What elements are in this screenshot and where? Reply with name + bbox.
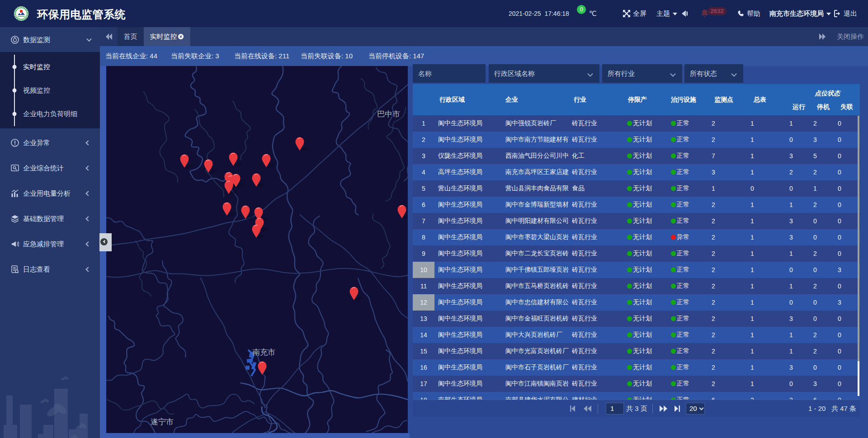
svg-text:遂宁市: 遂宁市: [151, 418, 174, 426]
svg-text:南充市: 南充市: [252, 348, 275, 357]
svg-text:巴中市: 巴中市: [377, 110, 400, 118]
